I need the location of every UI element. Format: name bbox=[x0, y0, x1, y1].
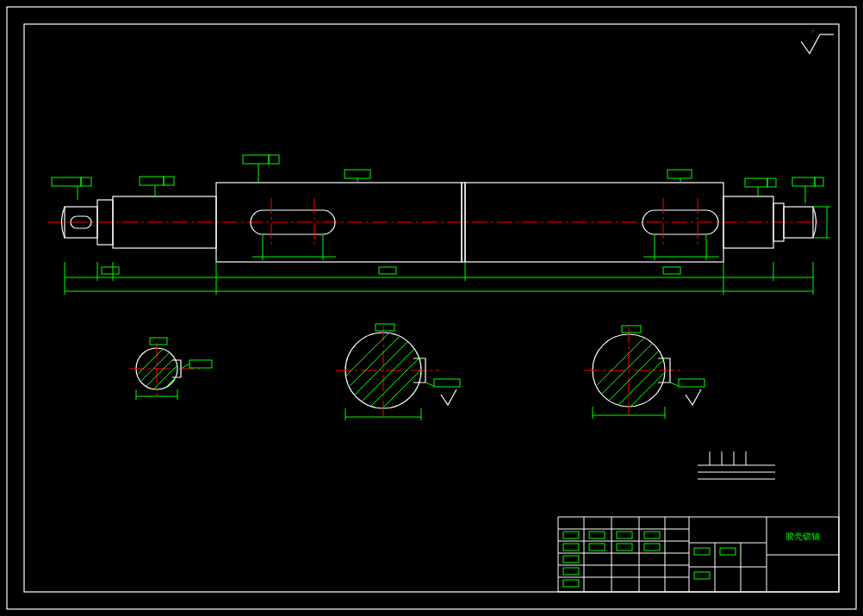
svg-rect-132 bbox=[644, 532, 660, 538]
svg-rect-35 bbox=[52, 177, 81, 186]
section-c bbox=[584, 324, 705, 424]
svg-line-65 bbox=[131, 339, 172, 381]
svg-rect-136 bbox=[644, 544, 660, 551]
svg-rect-54 bbox=[102, 267, 119, 274]
main-dimensions bbox=[52, 155, 830, 295]
page-border bbox=[7, 7, 856, 609]
svg-rect-38 bbox=[140, 177, 164, 185]
svg-line-94 bbox=[599, 338, 672, 410]
svg-rect-133 bbox=[563, 544, 579, 551]
svg-rect-134 bbox=[589, 544, 605, 551]
svg-rect-48 bbox=[745, 178, 767, 187]
svg-line-88 bbox=[425, 383, 434, 386]
cad-drawing: √ bbox=[0, 0, 863, 616]
svg-rect-129 bbox=[563, 532, 579, 538]
svg-rect-141 bbox=[720, 548, 736, 555]
svg-rect-42 bbox=[269, 155, 279, 164]
fcf-6 bbox=[745, 178, 776, 187]
fcf-3 bbox=[243, 155, 279, 164]
surface-mark: √ bbox=[801, 28, 834, 53]
svg-rect-139 bbox=[563, 580, 579, 587]
svg-rect-102 bbox=[679, 379, 705, 387]
svg-line-97 bbox=[613, 352, 686, 424]
svg-rect-73 bbox=[150, 338, 167, 345]
svg-line-95 bbox=[606, 345, 679, 417]
svg-text:√: √ bbox=[811, 28, 815, 34]
svg-rect-137 bbox=[563, 556, 579, 563]
svg-line-64 bbox=[146, 355, 188, 396]
fcf-7 bbox=[792, 177, 823, 186]
svg-rect-142 bbox=[694, 572, 710, 579]
drawing-frame bbox=[24, 24, 839, 592]
svg-rect-46 bbox=[667, 170, 692, 178]
svg-rect-71 bbox=[189, 360, 212, 368]
svg-rect-55 bbox=[379, 267, 396, 274]
drawing-title: 胶壳锁轴 bbox=[785, 532, 820, 541]
section-a bbox=[129, 338, 212, 401]
revision-block bbox=[698, 451, 775, 479]
svg-rect-51 bbox=[792, 177, 815, 186]
svg-rect-49 bbox=[767, 178, 776, 187]
fcf-4 bbox=[345, 170, 370, 178]
svg-rect-130 bbox=[589, 532, 605, 538]
svg-rect-87 bbox=[434, 379, 460, 387]
svg-line-66 bbox=[152, 360, 193, 401]
fcf-5 bbox=[667, 170, 692, 178]
section-b bbox=[331, 314, 460, 426]
svg-rect-140 bbox=[694, 548, 710, 555]
title-block: 胶壳锁轴 bbox=[558, 517, 839, 592]
fcf-1 bbox=[52, 177, 91, 186]
svg-rect-44 bbox=[345, 170, 370, 178]
svg-rect-131 bbox=[617, 532, 632, 538]
svg-rect-104 bbox=[622, 326, 641, 333]
svg-rect-56 bbox=[663, 267, 680, 274]
svg-rect-52 bbox=[815, 177, 823, 186]
svg-rect-39 bbox=[164, 177, 174, 185]
svg-rect-41 bbox=[243, 155, 269, 164]
fcf-2 bbox=[140, 177, 174, 185]
svg-line-72 bbox=[181, 364, 189, 369]
svg-rect-138 bbox=[563, 568, 579, 575]
svg-rect-135 bbox=[617, 544, 632, 551]
svg-rect-36 bbox=[81, 177, 91, 186]
svg-line-103 bbox=[670, 383, 679, 386]
svg-rect-89 bbox=[376, 324, 394, 331]
svg-line-63 bbox=[141, 350, 183, 391]
